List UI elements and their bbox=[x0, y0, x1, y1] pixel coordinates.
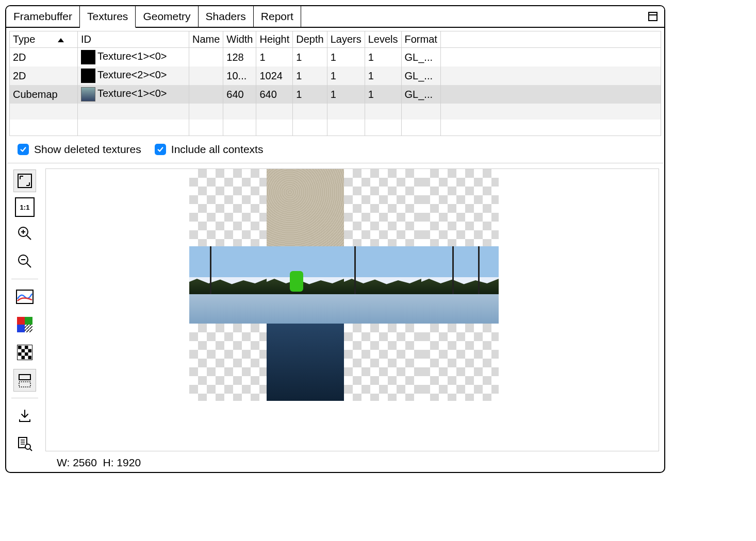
textures-panel: Framebuffer Textures Geometry Shaders Re… bbox=[5, 5, 665, 473]
zoom-fit-button[interactable] bbox=[13, 170, 36, 192]
table-row[interactable]: 2D Texture<1><0> 128 1 1 1 1 GL_... bbox=[10, 48, 661, 67]
cubemap-face-back bbox=[421, 246, 499, 324]
svg-rect-0 bbox=[18, 174, 31, 188]
options-row: Show deleted textures Include all contex… bbox=[6, 136, 664, 163]
cubemap-face-empty bbox=[344, 324, 421, 401]
texture-preview-canvas[interactable] bbox=[45, 168, 659, 451]
svg-rect-12 bbox=[25, 325, 32, 332]
svg-rect-10 bbox=[25, 317, 32, 325]
svg-rect-14 bbox=[18, 346, 22, 349]
cubemap-face-empty bbox=[421, 169, 499, 246]
show-deleted-checkbox[interactable]: Show deleted textures bbox=[18, 143, 141, 156]
svg-rect-16 bbox=[22, 349, 25, 353]
texture-thumb bbox=[81, 87, 95, 102]
inspect-button[interactable] bbox=[13, 432, 36, 455]
col-height[interactable]: Height bbox=[256, 31, 293, 48]
table-row[interactable]: 2D Texture<2><0> 10... 1024 1 1 1 GL_... bbox=[10, 66, 661, 85]
textures-table[interactable]: Type ID Name Width Height Depth Layers L… bbox=[9, 31, 661, 136]
channels-button[interactable] bbox=[13, 313, 36, 336]
cubemap-face-right bbox=[344, 246, 421, 324]
col-format[interactable]: Format bbox=[401, 31, 440, 48]
tab-report[interactable]: Report bbox=[254, 6, 301, 27]
maximize-icon bbox=[648, 12, 658, 21]
texture-thumb bbox=[81, 50, 95, 64]
include-all-contexts-checkbox[interactable]: Include all contexts bbox=[155, 143, 264, 156]
flip-vertical-button[interactable] bbox=[13, 369, 36, 392]
svg-line-2 bbox=[27, 235, 31, 240]
table-row[interactable]: Cubemap Texture<1><0> 640 640 1 1 1 GL_.… bbox=[10, 85, 661, 104]
cubemap-unwrap bbox=[189, 169, 499, 401]
checkbox-icon bbox=[18, 144, 29, 155]
background-checker-button[interactable] bbox=[13, 341, 36, 364]
zoom-out-button[interactable] bbox=[13, 250, 36, 273]
viewer-toolbar: 1:1 bbox=[11, 168, 38, 469]
histogram-button[interactable] bbox=[13, 285, 36, 308]
col-width[interactable]: Width bbox=[223, 31, 256, 48]
table-header-row: Type ID Name Width Height Depth Layers L… bbox=[10, 31, 661, 48]
zoom-in-button[interactable] bbox=[13, 222, 36, 245]
tab-textures[interactable]: Textures bbox=[80, 6, 136, 28]
cubemap-face-top bbox=[267, 169, 344, 246]
col-name[interactable]: Name bbox=[189, 31, 223, 48]
cubemap-face-empty bbox=[344, 169, 421, 246]
svg-point-28 bbox=[25, 444, 30, 449]
cubemap-face-empty bbox=[189, 169, 267, 246]
tab-shaders[interactable]: Shaders bbox=[199, 6, 254, 27]
col-levels[interactable]: Levels bbox=[365, 31, 401, 48]
svg-rect-17 bbox=[28, 349, 32, 353]
svg-rect-19 bbox=[25, 352, 28, 356]
cubemap-face-bottom bbox=[267, 324, 344, 401]
cubemap-face-front bbox=[267, 246, 344, 324]
table-row-empty bbox=[10, 120, 661, 136]
cubemap-face-empty bbox=[189, 324, 267, 401]
col-type[interactable]: Type bbox=[10, 31, 78, 48]
svg-line-6 bbox=[27, 263, 31, 267]
col-depth[interactable]: Depth bbox=[293, 31, 327, 48]
texture-thumb bbox=[81, 69, 95, 83]
table-row-empty bbox=[10, 104, 661, 120]
maximize-button[interactable] bbox=[642, 6, 664, 27]
col-layers[interactable]: Layers bbox=[327, 31, 365, 48]
svg-rect-22 bbox=[19, 375, 30, 380]
svg-rect-21 bbox=[28, 356, 32, 360]
svg-rect-20 bbox=[22, 356, 25, 360]
checkbox-icon bbox=[155, 144, 166, 155]
cubemap-face-empty bbox=[421, 324, 499, 401]
tab-bar: Framebuffer Textures Geometry Shaders Re… bbox=[6, 6, 664, 28]
col-id[interactable]: ID bbox=[78, 31, 189, 48]
zoom-actual-button[interactable]: 1:1 bbox=[15, 197, 35, 217]
status-bar: W: 2560 H: 1920 bbox=[45, 451, 659, 469]
svg-rect-11 bbox=[17, 325, 25, 332]
tab-framebuffer[interactable]: Framebuffer bbox=[6, 6, 80, 27]
cubemap-face-left bbox=[189, 246, 267, 324]
tab-geometry[interactable]: Geometry bbox=[136, 6, 198, 27]
export-button[interactable] bbox=[13, 404, 36, 427]
svg-rect-9 bbox=[17, 317, 25, 325]
svg-rect-18 bbox=[18, 352, 22, 356]
svg-rect-23 bbox=[19, 382, 30, 387]
svg-rect-15 bbox=[25, 346, 28, 349]
svg-line-29 bbox=[30, 449, 32, 451]
